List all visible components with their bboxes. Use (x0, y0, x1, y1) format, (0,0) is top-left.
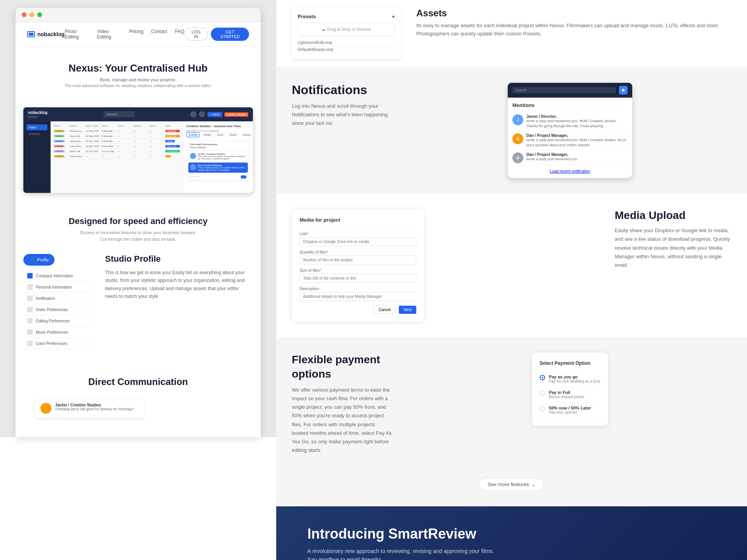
direct-comm-section: Direct Communication Jackie / Creative S… (16, 361, 261, 437)
see-more-button[interactable]: See more features ⌄ (479, 478, 544, 491)
dash-main-table: Order Name Book Date Filum Price Media M… (51, 121, 183, 193)
nav-faq[interactable]: FAQ (175, 29, 184, 40)
dash-nav-archived[interactable]: Archived (26, 131, 47, 137)
form-input-size[interactable] (300, 274, 416, 283)
dash-detail-panel: Creative Studios - Jasmine and Theo NRL2… (183, 121, 253, 193)
get-started-button[interactable]: GET STARTED (211, 28, 249, 41)
detail-tab-notes[interactable]: Notes (227, 132, 239, 137)
traffic-light-red[interactable] (22, 12, 26, 17)
assets-top-area: Presets + ☁ Drag & Drop or Browse Lightr… (276, 0, 747, 67)
presets-file: Lightroom8Edit.xmp (298, 39, 395, 46)
radio-pay-in-full[interactable] (540, 390, 545, 396)
send-button[interactable]: → (241, 175, 246, 178)
presets-plus-icon[interactable]: + (392, 14, 395, 19)
table-row: ORDER Jasmine & Theo 21 Dec 2019 Full-le… (54, 139, 180, 144)
form-input-quantity[interactable] (300, 256, 416, 264)
row-film: Full-length Documentary (102, 130, 116, 132)
presets-panel-inner: Presets + ☁ Drag & Drop or Browse Lightr… (292, 8, 401, 59)
media-upload-title: Media Upload (615, 209, 731, 222)
payment-option-2[interactable]: Pay in Full Bonus reward points (540, 387, 600, 402)
assets-description: Its easy to manage assets for each indiv… (416, 22, 731, 38)
notifications-text: Notifications Log into Nexus and scroll … (292, 83, 393, 128)
row-order: ORDER (54, 130, 68, 132)
nav-photo-editing[interactable]: Photo Editing (65, 29, 89, 40)
table-row: ORDER Jack & Jill 14 May 2019 Full-lengt… (54, 134, 180, 139)
chat-avatar (40, 403, 51, 414)
presets-title: Presets + (298, 14, 395, 19)
form-input-description[interactable] (300, 292, 416, 301)
menu-personal-info[interactable]: Personal Information (23, 282, 93, 293)
chat-input[interactable]: Message... → (188, 174, 248, 180)
media-form-title: Media for project (300, 217, 416, 226)
menu-color-prefs[interactable]: Color Preferences (23, 338, 93, 349)
dash-th-name: Name (70, 124, 84, 127)
login-button[interactable]: LOG IN (184, 28, 208, 41)
detail-tab-book[interactable]: Book (215, 132, 226, 137)
chat-message-text: Checking we're still good for delivery o… (55, 407, 134, 411)
payment-option-3[interactable]: 50% now / 50% Later Pay less upfront (540, 402, 600, 418)
mention-item: D Dan / Project Manager, wrote a reply a… (512, 131, 628, 150)
payment-form-title: Select Payment Option (540, 360, 600, 366)
dash-th-order: Order (54, 124, 68, 127)
brand-name: nobacklog (37, 31, 65, 37)
studio-profile-description: This is how we get to know you! Easily t… (105, 269, 253, 301)
mentions-nav: Search (508, 83, 632, 98)
nav-contact[interactable]: Contact (151, 29, 167, 40)
notifications-section: Notifications Log into Nexus and scroll … (276, 67, 747, 194)
form-label: Link* (300, 232, 416, 236)
dash-nav-active[interactable]: Active (26, 124, 47, 130)
payment-option-content: Pay in Full Bonus reward points (549, 390, 584, 399)
nav-pricing[interactable]: Pricing (129, 29, 144, 40)
presets-file: DefaultstBeauty.xmp (298, 46, 395, 53)
detail-tabs: Activity Media Book Notes Extras (186, 132, 250, 137)
mention-item: D Dan / Project Manager, wrote a reply a… (512, 150, 628, 166)
smart-review-title: Introducing SmartReview (307, 526, 502, 542)
row-name: Rebecca & Ellie (70, 130, 84, 132)
site-navbar: nobacklog Photo Editing Video Editing Pr… (16, 22, 261, 47)
detail-tab-extras[interactable]: Extras (241, 132, 253, 137)
menu-icon (27, 329, 33, 335)
menu-company-info[interactable]: Company Information (23, 270, 93, 282)
menu-order-prefs[interactable]: Order Preferences (23, 304, 93, 315)
dash-search[interactable]: Search (103, 111, 135, 117)
traffic-light-green[interactable] (37, 12, 42, 17)
payment-description: We offer various payment terms to ease t… (292, 386, 393, 455)
mentions-mockup: Search Mentions J (508, 83, 632, 178)
studio-profile-title: Studio Profile (105, 254, 253, 264)
detail-tab-activity[interactable]: Activity (186, 132, 200, 137)
mention-avatar: D (512, 133, 523, 144)
dash-notif-icon (199, 111, 205, 117)
payment-option-1[interactable]: Pay as you go Pay for one wedding at a t… (540, 371, 600, 387)
dash-th-edit: Edit (165, 124, 180, 127)
mentions-title-text: Mentions (512, 102, 628, 108)
profile-tab[interactable]: 👤 Profile (23, 254, 54, 266)
form-input-link[interactable] (300, 237, 416, 246)
detail-tab-media[interactable]: Media (201, 132, 213, 137)
mention-avatar: J (512, 114, 523, 125)
cancel-button[interactable]: Cancel (374, 306, 396, 314)
radio-pay-as-you-go[interactable] (540, 375, 545, 380)
menu-notification[interactable]: Notification (23, 293, 93, 304)
nav-video-editing[interactable]: Video Editing (97, 29, 121, 40)
mentions-body: Mentions J Jason / Director, wrote a rep… (508, 98, 632, 178)
traffic-light-yellow[interactable] (30, 12, 34, 17)
menu-icon (27, 318, 33, 324)
menu-editing-prefs[interactable]: Editing Preferences (23, 315, 93, 327)
dash-new-button[interactable]: + NEW (207, 112, 222, 117)
table-row: ORDER Rebecca & Ellie 17 Sep 2019 Full-l… (54, 129, 180, 134)
chat-bubble-content: Jackie / Creative Studios Checking we're… (55, 403, 134, 411)
row-move: — (149, 130, 164, 132)
nav-logo: nobacklog (27, 31, 65, 37)
nav-links: Photo Editing Video Editing Pricing Cont… (65, 29, 184, 40)
mentions-search[interactable]: Search (512, 87, 616, 93)
see-more-area: See more features ⌄ (276, 470, 747, 506)
presets-dropzone[interactable]: ☁ Drag & Drop or Browse (298, 23, 395, 36)
hero-section: Nexus: Your Centralised Hub Book, manage… (16, 47, 261, 100)
hero-subtitle: Book, manage and review your projects. (27, 77, 249, 82)
next-button[interactable]: Next (399, 306, 416, 314)
media-form: Media for project Link* Quantity of file… (292, 209, 424, 322)
radio-50-50[interactable] (540, 406, 545, 411)
menu-music-prefs[interactable]: Music Preferences (23, 327, 93, 338)
load-more-link[interactable]: Load recent notification (512, 166, 628, 173)
assets-title: Assets (416, 8, 731, 19)
